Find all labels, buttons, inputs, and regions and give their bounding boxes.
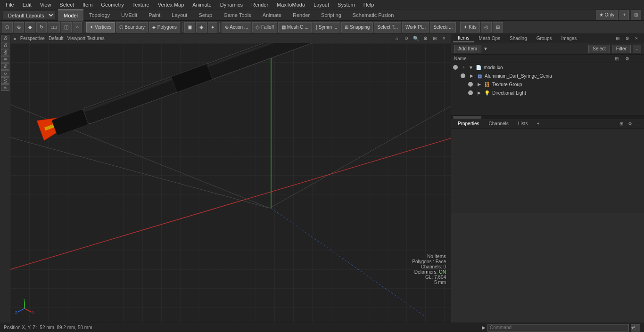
menu-file[interactable]: File [2, 1, 18, 8]
layout-tab-schematic[interactable]: Schematic Fusion [347, 9, 399, 21]
viewport-dot[interactable]: ● [13, 36, 17, 41]
tool-mirror-btn[interactable]: ◫ [61, 22, 72, 32]
tool-boundary-btn[interactable]: ⬡ Boundary [116, 22, 149, 32]
rp-gear-btn[interactable]: ⚙ [623, 35, 631, 42]
item-row-modo[interactable]: + ▼ 📄 modo.lxo [451, 63, 644, 72]
tool-snapping-btn[interactable]: ⊞ Snapping [341, 22, 373, 32]
item-add-btn[interactable]: + [460, 64, 468, 71]
viewport-home-btn[interactable]: ⌂ [393, 35, 401, 42]
tool-vertices-btn[interactable]: ✦ Vertices [86, 22, 115, 32]
tool-action-btn[interactable]: ⊕ Action ... [222, 22, 251, 32]
rp-tab-shading[interactable]: Shading [505, 35, 532, 42]
item-row-mesh[interactable]: ▶ ▦ Aluminium_Dart_Syringe_Genia [451, 72, 644, 80]
tool-symm-btn[interactable]: | Symm ... [313, 22, 340, 32]
tool-falloff-btn[interactable]: ◎ Falloff [252, 22, 277, 32]
rp-tab-items[interactable]: Items [453, 34, 474, 42]
menu-edit[interactable]: Edit [19, 1, 35, 8]
tool-grid-btn[interactable]: □□ [48, 22, 60, 32]
item-vis-light[interactable] [468, 90, 473, 95]
tool-rotate-btn[interactable]: ↻ [36, 22, 47, 32]
command-input[interactable] [487, 324, 629, 332]
tool-fill-btn[interactable]: ● [208, 22, 217, 32]
layout-tab-setup[interactable]: Setup [193, 9, 218, 21]
item-vis-mesh[interactable] [461, 73, 465, 78]
prop-tab-lists[interactable]: Lists [513, 120, 533, 127]
tool-view-btn[interactable]: ◎ [481, 22, 492, 32]
tool-kits-btn[interactable]: ✦ Kits [460, 22, 479, 32]
rp-tab-groups[interactable]: Groups [532, 35, 557, 42]
prop-add-btn[interactable]: + [534, 120, 542, 128]
filter-button[interactable]: Filter [612, 45, 631, 53]
rp-tab-meshops[interactable]: Mesh Ops [474, 35, 505, 42]
viewport-maximize-btn[interactable]: ⊞ [431, 35, 438, 42]
add-item-button[interactable]: Add Item [454, 45, 481, 53]
tool-polygons-btn[interactable]: ◈ Polygons [149, 22, 180, 32]
prop-gear-btn[interactable]: ⚙ [626, 120, 634, 128]
tool-rect-btn[interactable]: ▣ [184, 22, 195, 32]
prop-tab-properties[interactable]: Properties [453, 120, 484, 127]
select-button[interactable]: Select [588, 45, 610, 53]
tool-origin-btn[interactable]: ⊕ [14, 22, 24, 32]
menu-vertex-map[interactable]: Vertex Map [154, 1, 188, 8]
rp-close-btn[interactable]: × [633, 35, 640, 42]
star-only-button[interactable]: ★ Only [596, 10, 618, 20]
tool-mesh-btn[interactable]: ▦ Mesh C ... [278, 22, 312, 32]
viewport-gear-btn[interactable]: ⚙ [421, 35, 429, 42]
tool-circle-btn[interactable]: ○ [73, 22, 82, 32]
menu-layout[interactable]: Layout [310, 1, 333, 8]
viewport-close-btn[interactable]: × [440, 35, 448, 42]
tool-center-btn[interactable]: ◆ [25, 22, 35, 32]
sidebar-btn-du[interactable]: Du [1, 42, 9, 49]
item-texture-add-btn[interactable]: ▶ [475, 81, 483, 88]
layout-tab-render[interactable]: Render [287, 9, 315, 21]
prop-tab-channels[interactable]: Channels [484, 120, 513, 127]
item-row-light[interactable]: ▶ 💡 Directional Light [451, 89, 644, 97]
menu-texture[interactable]: Texture [129, 1, 153, 8]
tool-snap-btn[interactable]: ⬡ [2, 22, 13, 32]
tool-selecti-btn[interactable]: Selecti ... [430, 22, 456, 32]
menu-geometry[interactable]: Geometry [97, 1, 127, 8]
items-minus-btn[interactable]: - [633, 45, 641, 53]
tool-selectt-btn[interactable]: Select T... [374, 22, 401, 32]
menu-dynamics[interactable]: Dynamics [216, 1, 247, 8]
viewport[interactable]: ● Perspective Default Viewport Textures … [10, 34, 451, 323]
col-expand-btn[interactable]: ⊞ [613, 55, 620, 63]
tool-grid2-btn[interactable]: ⊞ [493, 22, 503, 32]
layout-tab-gametools[interactable]: Game Tools [218, 9, 257, 21]
tool-workpl-btn[interactable]: Work Pl... [402, 22, 429, 32]
menu-maxtomodo[interactable]: MaxToModo [273, 1, 309, 8]
layout-selector[interactable]: Default Layouts [3, 11, 55, 19]
sidebar-btn-mes[interactable]: Me [1, 49, 9, 56]
layout-tab-layout[interactable]: Layout [166, 9, 193, 21]
sidebar-btn-e[interactable]: E [1, 56, 9, 63]
layout-tab-animate[interactable]: Animate [257, 9, 287, 21]
menu-help[interactable]: Help [360, 1, 378, 8]
command-submit-btn[interactable]: ↵ [631, 324, 640, 332]
prop-minus-btn[interactable]: - [635, 120, 642, 128]
rp-expand-btn[interactable]: ⊞ [614, 35, 621, 42]
viewport-zoom-btn[interactable]: 🔍 [412, 35, 420, 42]
layout-tab-uvedit[interactable]: UVEdit [116, 9, 143, 21]
viewport-view[interactable]: Perspective [20, 36, 45, 41]
sidebar-btn-de[interactable]: De [1, 35, 9, 41]
menu-view[interactable]: View [36, 1, 55, 8]
item-mesh-add-btn[interactable]: ▶ [468, 72, 475, 80]
menu-system[interactable]: System [334, 1, 359, 8]
rp-tab-images[interactable]: Images [557, 35, 582, 42]
menu-animate[interactable]: Animate [189, 1, 215, 8]
viewport-mode[interactable]: Viewport Textures [67, 36, 105, 41]
viewport-preset[interactable]: Default [49, 36, 64, 41]
horizontal-scrollbar[interactable] [451, 115, 644, 119]
layout-tab-model[interactable]: Model [58, 9, 83, 21]
sidebar-btn-pol[interactable]: Po [1, 63, 9, 70]
item-vis-texture[interactable] [468, 82, 473, 87]
menu-select[interactable]: Select [56, 1, 78, 8]
layout-add-button[interactable]: + [619, 10, 629, 20]
layout-options-button[interactable]: ⊞ [631, 10, 641, 20]
sidebar-btn-uv[interactable]: UV [1, 77, 9, 84]
prop-expand-btn[interactable]: ⊞ [618, 120, 625, 128]
item-light-add-btn[interactable]: ▶ [475, 89, 483, 97]
menu-item[interactable]: Item [79, 1, 96, 8]
col-minus-btn[interactable]: - [634, 55, 641, 63]
tool-circle2-btn[interactable]: ◉ [196, 22, 207, 32]
